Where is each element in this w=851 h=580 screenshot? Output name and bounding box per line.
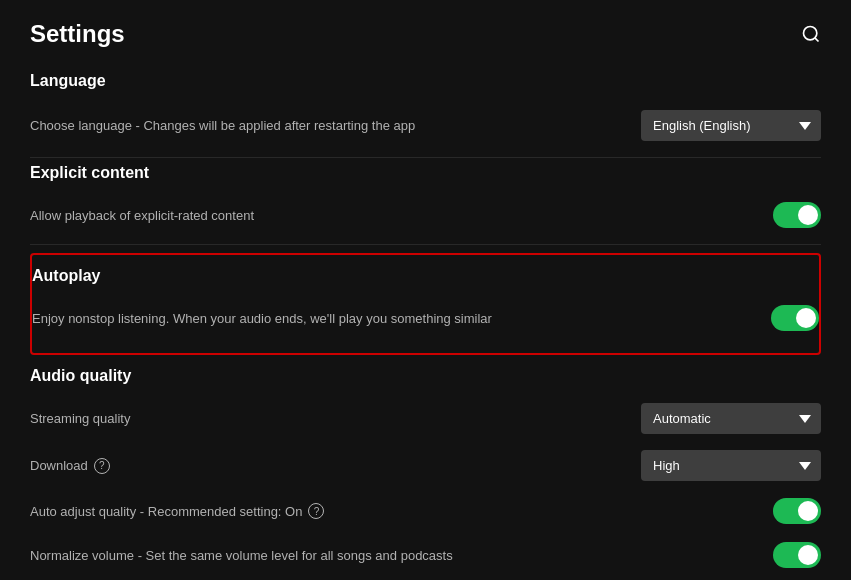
audio-quality-title: Audio quality [30,367,821,385]
normalize-volume-slider [773,542,821,568]
download-quality-label: Download ? [30,458,110,474]
autoplay-row: Enjoy nonstop listening. When your audio… [32,295,819,341]
divider-1 [30,157,821,158]
explicit-content-section: Explicit content Allow playback of expli… [30,164,821,238]
page-header: Settings [30,20,821,48]
streaming-quality-select[interactable]: Automatic Low Normal High Very High [641,403,821,434]
language-title: Language [30,72,821,90]
autoplay-description: Enjoy nonstop listening. When your audio… [32,311,492,326]
download-quality-row: Download ? Low Normal High Very High [30,442,821,489]
language-row: Choose language - Changes will be applie… [30,100,821,151]
autoplay-title: Autoplay [32,267,819,285]
autoplay-toggle[interactable] [771,305,819,331]
search-button[interactable] [801,24,821,44]
download-help-icon[interactable]: ? [94,458,110,474]
auto-adjust-toggle[interactable] [773,498,821,524]
search-icon [801,24,821,44]
language-select[interactable]: English (English) Español Français Deuts… [641,110,821,141]
normalize-volume-label: Normalize volume - Set the same volume l… [30,548,453,563]
autoplay-slider [771,305,819,331]
normalize-volume-toggle[interactable] [773,542,821,568]
auto-adjust-label: Auto adjust quality - Recommended settin… [30,503,324,519]
page-title: Settings [30,20,125,48]
audio-quality-section: Audio quality Streaming quality Automati… [30,367,821,580]
svg-point-0 [804,27,817,40]
auto-adjust-row: Auto adjust quality - Recommended settin… [30,489,821,533]
autoplay-inner: Autoplay Enjoy nonstop listening. When y… [32,267,819,341]
normalize-volume-row: Normalize volume - Set the same volume l… [30,533,821,577]
language-section: Language Choose language - Changes will … [30,72,821,151]
download-quality-select[interactable]: Low Normal High Very High [641,450,821,481]
explicit-content-title: Explicit content [30,164,821,182]
auto-adjust-help-icon[interactable]: ? [308,503,324,519]
divider-2 [30,244,821,245]
svg-line-1 [815,38,819,42]
autoplay-section: Autoplay Enjoy nonstop listening. When y… [30,253,821,355]
explicit-content-toggle[interactable] [773,202,821,228]
streaming-quality-row: Streaming quality Automatic Low Normal H… [30,395,821,442]
streaming-quality-label: Streaming quality [30,411,130,426]
language-description: Choose language - Changes will be applie… [30,118,415,133]
explicit-content-row: Allow playback of explicit-rated content [30,192,821,238]
auto-adjust-slider [773,498,821,524]
explicit-content-description: Allow playback of explicit-rated content [30,208,254,223]
explicit-content-slider [773,202,821,228]
